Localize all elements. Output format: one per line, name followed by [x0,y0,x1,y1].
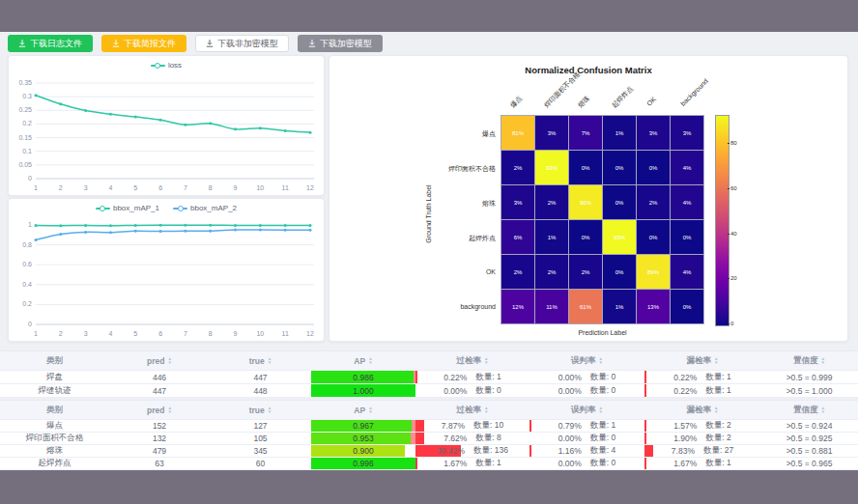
data-point[interactable] [284,224,287,227]
rate-percent: 0.22% [673,373,697,382]
data-point[interactable] [259,224,262,227]
column-header-true[interactable]: true▲▼ [210,401,311,420]
y-tick-label: 0 [28,175,32,182]
data-point[interactable] [159,224,162,227]
table-row[interactable]: 焊盘4464470.9860.22%数量: 10.00%数量: 00.22%数量… [0,371,858,384]
data-point[interactable] [134,230,137,233]
data-point[interactable] [309,131,312,134]
cell-true: 447 [210,371,311,384]
data-point[interactable] [309,224,312,227]
data-point[interactable] [209,122,212,125]
matrix-col-label: 起焊炸点 [610,84,636,110]
column-header-过检率[interactable]: 过检率▲▼ [415,401,529,420]
data-point[interactable] [84,109,87,112]
sort-carets-icon[interactable]: ▲▼ [167,406,172,413]
download-log-button[interactable]: 下载日志文件 [8,35,93,52]
legend-item-bbox_mAP_1[interactable]: bbox_mAP_1 [96,204,159,212]
data-point[interactable] [134,224,137,227]
data-point[interactable] [35,238,38,241]
rate-bar [415,420,424,432]
sort-carets-icon[interactable]: ▲▼ [167,357,172,364]
data-point[interactable] [84,224,87,227]
x-tick-label: 3 [84,330,88,337]
data-point[interactable] [309,229,312,232]
sort-carets-icon[interactable]: ▲▼ [368,357,373,364]
data-point[interactable] [159,230,162,233]
x-tick-label: 12 [306,184,314,191]
legend-label: loss [168,61,182,70]
sort-carets-icon[interactable]: ▲▼ [484,406,489,413]
download-unencrypted-model-button[interactable]: 下载非加密模型 [195,35,289,52]
sort-carets-icon[interactable]: ▲▼ [714,406,719,413]
data-point[interactable] [84,231,87,234]
sort-carets-icon[interactable]: ▲▼ [598,406,603,413]
column-header-误判率[interactable]: 误判率▲▼ [529,351,644,371]
data-point[interactable] [184,224,186,227]
download-encrypted-model-button[interactable]: 下载加密模型 [298,35,383,52]
column-header-pred[interactable]: pred▲▼ [109,401,210,420]
column-header-漏检率[interactable]: 漏检率▲▼ [644,351,760,371]
table-row[interactable]: 焊印面积不合格1321050.9537.62%数量: 80.00%数量: 01.… [0,433,858,445]
matrix-cell: 11% [535,290,568,323]
column-header-AP[interactable]: AP▲▼ [311,401,415,420]
rate-bar [529,445,531,457]
data-point[interactable] [59,224,62,227]
table-row[interactable]: 焊缝轨迹4474481.0000.00%数量: 00.00%数量: 00.22%… [0,384,858,398]
data-point[interactable] [59,233,62,236]
data-point[interactable] [234,229,237,232]
data-point[interactable] [184,230,186,233]
sort-carets-icon[interactable]: ▲▼ [484,357,489,364]
data-point[interactable] [109,224,112,227]
matrix-cell: 4% [671,255,703,289]
column-header-置信度[interactable]: 置信度▲▼ [760,351,858,371]
column-header-漏检率[interactable]: 漏检率▲▼ [644,401,760,420]
column-header-AP[interactable]: AP▲▼ [311,351,415,371]
window-chrome-top [0,0,858,32]
dashboard: 下载日志文件 下载简报文件 下载非加密模型 下载加密模型 loss 00.050… [0,0,858,504]
download-report-button[interactable]: 下载简报文件 [101,35,186,52]
data-point[interactable] [109,231,112,234]
sort-carets-icon[interactable]: ▲▼ [268,357,272,364]
data-point[interactable] [259,126,262,129]
table-row[interactable]: 爆点1521270.9677.87%数量: 100.79%数量: 11.57%数… [0,420,858,433]
data-point[interactable] [234,127,237,130]
table-row[interactable]: 熔珠4793450.90039.42%数量: 1361.16%数量: 47.83… [0,445,858,458]
rate-count: 数量: 0 [590,458,615,469]
data-point[interactable] [259,228,262,231]
data-point[interactable] [284,129,287,132]
column-header-label: 误判率 [571,405,596,416]
column-header-过检率[interactable]: 过检率▲▼ [415,351,529,371]
data-point[interactable] [234,224,237,227]
column-header-true[interactable]: true▲▼ [210,351,311,371]
data-point[interactable] [35,94,38,97]
table-row[interactable]: 起焊炸点63600.9961.67%数量: 10.00%数量: 01.67%数量… [0,458,858,470]
column-header-label: 漏检率 [686,355,711,367]
sort-carets-icon[interactable]: ▲▼ [268,406,272,413]
column-header-置信度[interactable]: 置信度▲▼ [760,401,858,420]
data-point[interactable] [284,229,287,232]
legend-item-bbox_mAP_2[interactable]: bbox_mAP_2 [173,204,237,212]
column-header-误判率[interactable]: 误判率▲▼ [529,401,644,420]
data-point[interactable] [184,124,186,126]
rate-count: 数量: 1 [705,372,730,383]
data-point[interactable] [35,224,38,227]
rate-percent: 1.57% [673,421,697,431]
cell-misjudge-rate: 0.00%数量: 0 [529,371,644,384]
sort-carets-icon[interactable]: ▲▼ [598,357,603,364]
matrix-cell: 7% [569,116,602,150]
matrix-cell: 1% [535,220,568,254]
rate-bar [644,445,653,457]
sort-carets-icon[interactable]: ▲▼ [820,357,825,364]
data-point[interactable] [209,224,212,227]
data-point[interactable] [109,113,112,116]
rate-cell: 0.79%数量: 1 [529,420,644,432]
data-point[interactable] [59,102,62,105]
sort-carets-icon[interactable]: ▲▼ [368,406,373,413]
legend-item-loss[interactable]: loss [151,61,182,70]
sort-carets-icon[interactable]: ▲▼ [820,406,825,413]
data-point[interactable] [134,116,137,119]
sort-carets-icon[interactable]: ▲▼ [714,357,719,364]
data-point[interactable] [159,119,162,122]
data-point[interactable] [209,230,212,233]
column-header-pred[interactable]: pred▲▼ [109,351,210,371]
